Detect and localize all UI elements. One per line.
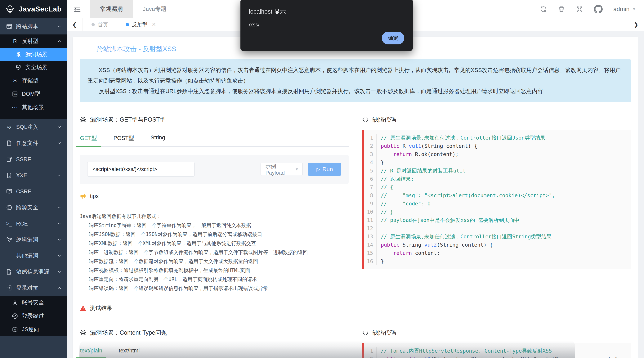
payload-panel: 示例Payload ▼ ▷ Run: [80, 155, 348, 184]
alert-message: /xss/: [249, 22, 404, 28]
top-tab[interactable]: Java专题: [133, 0, 176, 18]
tab-string[interactable]: String: [150, 130, 166, 146]
line-number: 6: [364, 175, 376, 183]
close-icon[interactable]: ✕: [152, 22, 156, 28]
sidebar-item-info-leak[interactable]: 敏感信息泄漏: [0, 264, 66, 280]
monitor-icon: [5, 188, 14, 195]
sidebar-item-login-bypass[interactable]: 登录绕过: [0, 309, 66, 323]
sidebar-item-account-security[interactable]: 账号安全: [0, 296, 66, 309]
code-line: 2public R vul1(String content) {: [364, 142, 631, 150]
chevron-down-icon: [57, 173, 62, 178]
caret-down-icon: ▼: [295, 167, 299, 172]
sidebar-item-login-confront[interactable]: 登录对抗: [0, 280, 66, 296]
tip-line: 响应重定向：将请求重定向到另一个URL，适用于页面跳转或处理不同的请求: [80, 275, 348, 284]
tips-header: tips: [80, 192, 348, 205]
code-line: 13// 原生漏洞场景,未加任何过滤，Controller接口返回String类…: [364, 232, 631, 241]
sidebar-item-label: DOM型: [22, 90, 40, 98]
file-icon: [5, 140, 14, 146]
sidebar-item-sql-injection[interactable]: SQLSQL注入: [0, 119, 66, 135]
sidebar-item-reflected[interactable]: R反射型: [0, 34, 66, 48]
dom-icon: DOM: [11, 91, 19, 97]
svg-text:SQL: SQL: [7, 126, 12, 129]
sidebar-item-arbitrary-file[interactable]: 任意文件: [0, 135, 66, 151]
code-block: 1// 原生漏洞场景,未加任何过滤，Controller接口返回Json类型结果…: [362, 130, 631, 269]
fullscreen-icon[interactable]: [576, 6, 583, 13]
line-number: 8: [364, 191, 376, 200]
sidebar-item-xxe[interactable]: XMLXXE: [0, 167, 66, 184]
login-icon: [5, 285, 14, 291]
sidebar-item-other-scene[interactable]: ···其他场景: [0, 101, 66, 114]
dots-icon: ···: [5, 253, 14, 259]
user-menu[interactable]: admin ▼: [613, 6, 636, 13]
code-icon: [362, 116, 369, 123]
play-icon: ▷: [316, 166, 320, 172]
select-value: 示例Payload: [265, 162, 295, 176]
code-line: 14public String vul2(String content) {: [364, 241, 631, 249]
tab-text-plain[interactable]: text/plain: [80, 343, 102, 358]
app-logo: JavaSecLab: [0, 0, 66, 18]
doc-alert-icon: [5, 268, 14, 275]
browser-alert-dialog: localhost 显示 /xss/ 确定: [240, 0, 413, 51]
code-block: 1// Tomcat内置HttpServletResponse, Content…: [362, 343, 631, 358]
sidebar-item-safe-scene[interactable]: 安全场景: [0, 61, 66, 74]
chevron-down-icon: [57, 221, 62, 226]
tag-active[interactable]: 反射型✕: [117, 18, 165, 31]
sql-icon: SQL: [5, 124, 14, 130]
tip-line: Java后端返回数据有以下几种形式：: [80, 212, 348, 221]
intro-paragraph: XSS（跨站脚本攻击）利用浏览器对服务器内容的信任，攻击者通过在网页中注入恶意脚…: [88, 65, 623, 86]
section-vuln-code-1: 缺陷代码 1// 原生漏洞场景,未加任何过滤，Controller接口返回Jso…: [362, 111, 631, 269]
top-tab[interactable]: 常规漏洞: [90, 0, 133, 18]
line-number: 4: [364, 158, 376, 166]
github-icon[interactable]: [594, 5, 603, 14]
code-line: 6// 返回结果:: [364, 175, 631, 183]
run-button[interactable]: ▷ Run: [308, 163, 341, 176]
sidebar-item-xss[interactable]: 跨站脚本: [0, 18, 66, 34]
example-payload-select[interactable]: 示例Payload ▼: [260, 163, 303, 176]
sidebar-item-label: 跨源安全: [16, 204, 38, 211]
sidebar-item-logic-vuln[interactable]: 逻辑漏洞: [0, 232, 66, 248]
intro-paragraph: 反射型XSS：攻击者通过在URL参数中注入恶意脚本，使服务器将该脚本直接反射回用…: [88, 86, 623, 96]
code-line: 10// }: [364, 208, 631, 216]
alert-ok-button[interactable]: 确定: [382, 32, 404, 44]
chevron-up-icon: [57, 39, 62, 44]
sidebar-item-ssrf[interactable]: SSRF: [0, 151, 66, 167]
sidebar-item-js-reverse[interactable]: JSJS逆向: [0, 323, 66, 336]
line-number: 9: [364, 200, 376, 208]
share-nodes-icon: [5, 236, 14, 243]
sidebar-item-stored[interactable]: S存储型: [0, 74, 66, 87]
tags-scroll-left-button[interactable]: ❮: [66, 18, 83, 31]
tag-item[interactable]: 首页: [83, 18, 117, 31]
bug-icon: [14, 51, 22, 58]
line-number: 10: [364, 208, 376, 216]
refresh-icon[interactable]: [540, 6, 547, 13]
line-number: 7: [364, 183, 376, 191]
code-line: 9// "code": 0: [364, 200, 631, 208]
app-root: JavaSecLab 跨站脚本R反射型漏洞场景安全场景S存储型DOMDOM型··…: [0, 0, 644, 358]
tip-line: 响应XML数据：返回一个XML对象作为响应，适用于与其他系统进行数据交互: [80, 239, 348, 248]
sidebar-item-label: 逻辑漏洞: [16, 236, 38, 244]
tab-text-html[interactable]: text/html: [118, 343, 140, 358]
tags-scroll-right-button[interactable]: ❯: [628, 18, 644, 31]
sidebar-item-other-vuln[interactable]: ···其他漏洞: [0, 248, 66, 264]
test-result-title: 测试结果: [90, 304, 112, 312]
trash-icon[interactable]: [558, 6, 565, 13]
payload-input[interactable]: [87, 162, 194, 176]
code-heading: 缺陷代码: [362, 329, 631, 337]
tab-post-[interactable]: POST型: [113, 130, 134, 146]
svg-text:JS: JS: [14, 328, 16, 331]
sidebar-item-dom[interactable]: DOMDOM型: [0, 87, 66, 101]
content: 跨站脚本攻击 - 反射型XSS XSS（跨站脚本攻击）利用浏览器对服务器内容的信…: [66, 31, 644, 358]
sidebar-item-rce[interactable]: >_RCE: [0, 216, 66, 232]
line-number: 3: [364, 150, 376, 158]
app-title: JavaSecLab: [19, 5, 62, 13]
sidebar-item-cross-origin[interactable]: 跨源安全: [0, 200, 66, 216]
sidebar-item-csrf[interactable]: CSRF: [0, 184, 66, 200]
code-line: 1// Tomcat内置HttpServletResponse, Content…: [364, 347, 631, 355]
collapse-sidebar-button[interactable]: [66, 0, 88, 18]
menu-fold-icon: [73, 5, 82, 14]
xml-file-icon: XML: [5, 172, 14, 178]
section-title: 漏洞场景：GET型与POST型: [90, 116, 166, 124]
sidebar-item-vuln-scene[interactable]: 漏洞场景: [0, 48, 66, 61]
line-number: 5: [364, 166, 376, 175]
tab-get-[interactable]: GET型: [80, 130, 98, 146]
